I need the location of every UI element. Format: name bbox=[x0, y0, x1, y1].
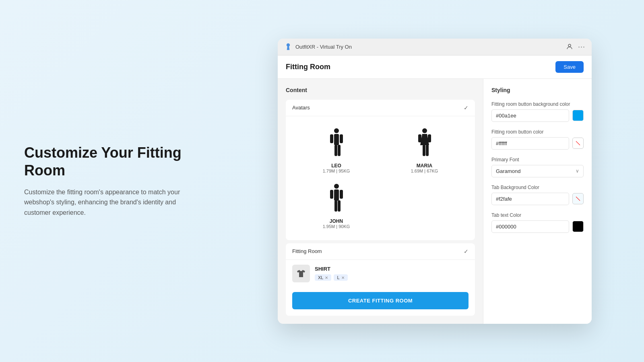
styling-panel: Styling Fitting room button background c… bbox=[483, 79, 592, 324]
field-label-tab-bg-color: Tab Background Color bbox=[491, 185, 584, 190]
color-input-row-btn-color bbox=[491, 137, 584, 150]
avatars-grid: LEO 1.79M | 95KG bbox=[286, 116, 475, 240]
color-input-tab-bg[interactable] bbox=[491, 193, 569, 205]
browser-window: OutfitXR - Virtual Try On ··· Fitting Ro… bbox=[225, 39, 644, 324]
shirt-info: SHIRT XL ✕ L ✕ bbox=[315, 266, 469, 281]
window-body: Content Avatars ✓ bbox=[278, 79, 592, 324]
avatar-stats-maria: 1.69M | 67KG bbox=[411, 169, 438, 173]
color-input-btn-bg[interactable] bbox=[491, 109, 569, 122]
svg-rect-11 bbox=[426, 145, 429, 156]
avatar-item-empty bbox=[380, 178, 469, 234]
size-tags: XL ✕ L ✕ bbox=[315, 274, 469, 281]
field-label-tab-text-color: Tab text Color bbox=[491, 212, 584, 218]
avatars-chevron-icon: ✓ bbox=[464, 105, 469, 111]
avatars-label: Avatars bbox=[292, 105, 310, 111]
user-icon[interactable] bbox=[566, 43, 573, 50]
svg-rect-5 bbox=[334, 145, 337, 156]
fitting-room-chevron-icon: ✓ bbox=[464, 248, 469, 255]
style-field-tab-bg-color: Tab Background Color bbox=[491, 185, 584, 205]
window-header: Fitting Room Save bbox=[278, 56, 592, 79]
app-title: OutfitXR - Virtual Try On bbox=[295, 44, 352, 50]
avatar-stats-leo: 1.79M | 95KG bbox=[323, 169, 350, 173]
svg-rect-8 bbox=[418, 134, 421, 142]
color-input-row-btn-bg bbox=[491, 109, 584, 122]
field-label-primary-font: Primary Font bbox=[491, 157, 584, 162]
avatar-figure-maria bbox=[415, 128, 435, 160]
svg-rect-4 bbox=[340, 134, 343, 143]
avatar-figure-john bbox=[326, 183, 347, 215]
svg-rect-9 bbox=[428, 134, 431, 142]
svg-rect-17 bbox=[338, 200, 341, 212]
style-field-btn-color: Fitting room button color bbox=[491, 129, 584, 150]
size-tag-l-label: L bbox=[337, 275, 339, 280]
window-card: OutfitXR - Virtual Try On ··· Fitting Ro… bbox=[278, 39, 592, 324]
svg-rect-14 bbox=[330, 190, 333, 199]
svg-point-0 bbox=[568, 44, 571, 47]
page-description: Customize the fitting room's appearance … bbox=[24, 187, 193, 218]
field-label-btn-bg-color: Fitting room button background color bbox=[491, 101, 584, 107]
color-swatch-tab-text[interactable] bbox=[572, 221, 584, 232]
style-field-btn-bg-color: Fitting room button background color bbox=[491, 101, 584, 122]
topbar-left: OutfitXR - Virtual Try On bbox=[284, 43, 352, 51]
left-panel: Customize Your Fitting Room Customize th… bbox=[0, 112, 225, 250]
shirt-name: SHIRT bbox=[315, 266, 469, 272]
shirt-icon bbox=[292, 265, 310, 282]
color-swatch-btn-color[interactable] bbox=[572, 138, 584, 149]
svg-point-1 bbox=[334, 128, 339, 133]
color-input-btn-color[interactable] bbox=[491, 137, 569, 150]
svg-point-7 bbox=[422, 128, 427, 133]
app-logo-icon bbox=[284, 43, 292, 51]
font-select-row[interactable]: Garamond ∨ bbox=[491, 165, 584, 177]
content-panel: Content Avatars ✓ bbox=[278, 79, 483, 324]
avatar-item-maria[interactable]: MARIA 1.69M | 67KG bbox=[380, 123, 469, 178]
color-input-tab-text[interactable] bbox=[491, 220, 569, 233]
svg-rect-6 bbox=[338, 145, 341, 156]
color-input-row-tab-bg bbox=[491, 193, 584, 205]
svg-rect-15 bbox=[340, 190, 343, 199]
color-swatch-tab-bg[interactable] bbox=[572, 193, 584, 204]
create-fitting-room-button[interactable]: CREATE FITTING ROOM bbox=[292, 292, 469, 309]
style-field-primary-font: Primary Font Garamond ∨ bbox=[491, 157, 584, 177]
color-input-row-tab-text bbox=[491, 220, 584, 233]
avatar-name-maria: MARIA bbox=[417, 163, 432, 169]
size-tag-l[interactable]: L ✕ bbox=[334, 274, 347, 281]
fitting-room-section: Fitting Room ✓ SHIRT bbox=[286, 243, 475, 316]
svg-rect-13 bbox=[334, 189, 339, 201]
fitting-room-section-header[interactable]: Fitting Room ✓ bbox=[286, 243, 475, 260]
styling-title: Styling bbox=[491, 87, 584, 93]
style-field-tab-text-color: Tab text Color bbox=[491, 212, 584, 233]
fitting-room-section-label: Fitting Room bbox=[292, 248, 322, 254]
size-tag-xl-label: XL bbox=[318, 275, 323, 280]
more-options-icon[interactable]: ··· bbox=[578, 43, 585, 51]
font-select-chevron-icon: ∨ bbox=[576, 168, 579, 174]
svg-rect-3 bbox=[330, 134, 333, 143]
content-panel-label: Content bbox=[286, 87, 475, 93]
field-label-btn-color: Fitting room button color bbox=[491, 129, 584, 135]
page-heading: Customize Your Fitting Room bbox=[24, 144, 201, 179]
size-tag-xl-remove[interactable]: ✕ bbox=[325, 276, 328, 280]
font-select-value: Garamond bbox=[496, 168, 576, 174]
color-swatch-btn-bg[interactable] bbox=[572, 110, 584, 121]
avatar-name-john: JOHN bbox=[330, 218, 343, 224]
shirt-item: SHIRT XL ✕ L ✕ bbox=[286, 260, 475, 287]
avatars-section-header[interactable]: Avatars ✓ bbox=[286, 100, 475, 116]
avatar-item-leo[interactable]: LEO 1.79M | 95KG bbox=[292, 123, 380, 178]
svg-rect-10 bbox=[423, 145, 425, 156]
svg-rect-2 bbox=[334, 134, 339, 145]
size-tag-xl[interactable]: XL ✕ bbox=[315, 274, 331, 281]
create-btn-wrapper: CREATE FITTING ROOM bbox=[286, 287, 475, 316]
avatar-stats-john: 1.95M | 90KG bbox=[323, 224, 350, 229]
avatar-name-leo: LEO bbox=[331, 163, 341, 169]
topbar-right: ··· bbox=[566, 43, 585, 51]
size-tag-l-remove[interactable]: ✕ bbox=[341, 276, 345, 280]
svg-point-12 bbox=[334, 184, 339, 189]
avatar-figure-leo bbox=[326, 128, 347, 160]
avatar-item-john[interactable]: JOHN 1.95M | 90KG bbox=[292, 178, 380, 234]
avatars-section: Avatars ✓ bbox=[286, 100, 475, 240]
window-topbar: OutfitXR - Virtual Try On ··· bbox=[278, 39, 592, 56]
fitting-room-title: Fitting Room bbox=[286, 63, 330, 71]
svg-rect-16 bbox=[334, 200, 337, 212]
save-button[interactable]: Save bbox=[555, 61, 584, 73]
